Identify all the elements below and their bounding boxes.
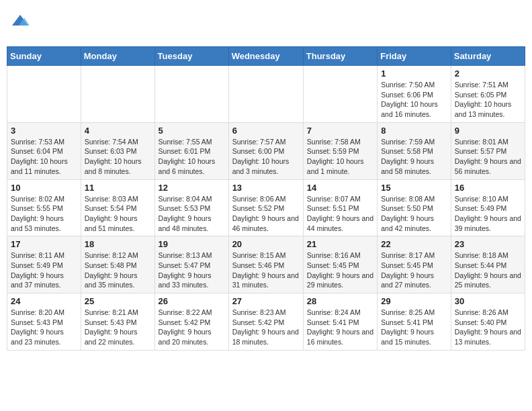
day-number: 4 bbox=[85, 126, 151, 136]
calendar-cell: 13Sunrise: 8:06 AM Sunset: 5:52 PM Dayli… bbox=[228, 179, 303, 236]
day-number: 18 bbox=[85, 239, 151, 249]
day-number: 27 bbox=[232, 296, 300, 306]
calendar-cell: 27Sunrise: 8:23 AM Sunset: 5:42 PM Dayli… bbox=[228, 293, 303, 351]
calendar-week-row: 10Sunrise: 8:02 AM Sunset: 5:55 PM Dayli… bbox=[7, 179, 525, 236]
day-info: Sunrise: 7:51 AM Sunset: 6:05 PM Dayligh… bbox=[455, 80, 521, 120]
day-number: 13 bbox=[232, 183, 300, 193]
weekday-header-friday: Friday bbox=[378, 47, 451, 66]
calendar-cell: 26Sunrise: 8:22 AM Sunset: 5:42 PM Dayli… bbox=[154, 293, 228, 351]
calendar-cell: 25Sunrise: 8:21 AM Sunset: 5:43 PM Dayli… bbox=[81, 293, 154, 351]
calendar-cell: 6Sunrise: 7:57 AM Sunset: 6:00 PM Daylig… bbox=[228, 122, 303, 179]
day-info: Sunrise: 8:18 AM Sunset: 5:44 PM Dayligh… bbox=[455, 250, 521, 290]
day-info: Sunrise: 8:04 AM Sunset: 5:53 PM Dayligh… bbox=[159, 194, 225, 234]
day-info: Sunrise: 8:03 AM Sunset: 5:54 PM Dayligh… bbox=[85, 194, 151, 234]
day-number: 15 bbox=[381, 183, 447, 193]
day-info: Sunrise: 8:10 AM Sunset: 5:49 PM Dayligh… bbox=[455, 194, 521, 234]
day-number: 16 bbox=[455, 183, 521, 193]
day-info: Sunrise: 7:53 AM Sunset: 6:04 PM Dayligh… bbox=[11, 137, 77, 177]
header bbox=[7, 7, 525, 40]
weekday-header-thursday: Thursday bbox=[303, 47, 377, 66]
day-info: Sunrise: 8:12 AM Sunset: 5:48 PM Dayligh… bbox=[85, 250, 151, 290]
day-number: 19 bbox=[159, 239, 225, 249]
calendar-cell: 19Sunrise: 8:13 AM Sunset: 5:47 PM Dayli… bbox=[154, 236, 228, 293]
day-number: 17 bbox=[11, 239, 77, 249]
day-number: 12 bbox=[159, 183, 225, 193]
calendar-cell: 17Sunrise: 8:11 AM Sunset: 5:49 PM Dayli… bbox=[7, 236, 81, 293]
calendar-week-row: 3Sunrise: 7:53 AM Sunset: 6:04 PM Daylig… bbox=[7, 122, 525, 179]
day-info: Sunrise: 8:11 AM Sunset: 5:49 PM Dayligh… bbox=[11, 250, 77, 290]
day-number: 21 bbox=[307, 239, 373, 249]
day-number: 11 bbox=[85, 183, 151, 193]
day-info: Sunrise: 8:06 AM Sunset: 5:52 PM Dayligh… bbox=[232, 194, 300, 234]
day-number: 7 bbox=[307, 126, 373, 136]
day-info: Sunrise: 7:50 AM Sunset: 6:06 PM Dayligh… bbox=[381, 80, 447, 120]
day-info: Sunrise: 7:55 AM Sunset: 6:01 PM Dayligh… bbox=[159, 137, 225, 177]
calendar-cell: 30Sunrise: 8:26 AM Sunset: 5:40 PM Dayli… bbox=[451, 293, 525, 351]
calendar-cell bbox=[81, 66, 154, 123]
calendar-cell: 4Sunrise: 7:54 AM Sunset: 6:03 PM Daylig… bbox=[81, 122, 154, 179]
day-number: 5 bbox=[159, 126, 225, 136]
calendar-cell: 3Sunrise: 7:53 AM Sunset: 6:04 PM Daylig… bbox=[7, 122, 81, 179]
calendar-week-row: 24Sunrise: 8:20 AM Sunset: 5:43 PM Dayli… bbox=[7, 293, 525, 351]
calendar-cell: 15Sunrise: 8:08 AM Sunset: 5:50 PM Dayli… bbox=[378, 179, 451, 236]
calendar-cell: 22Sunrise: 8:17 AM Sunset: 5:45 PM Dayli… bbox=[378, 236, 451, 293]
weekday-header-monday: Monday bbox=[81, 47, 154, 66]
logo bbox=[9, 12, 30, 34]
logo-icon bbox=[11, 12, 30, 31]
calendar-cell: 14Sunrise: 8:07 AM Sunset: 5:51 PM Dayli… bbox=[303, 179, 377, 236]
weekday-header-saturday: Saturday bbox=[451, 47, 525, 66]
calendar-cell: 10Sunrise: 8:02 AM Sunset: 5:55 PM Dayli… bbox=[7, 179, 81, 236]
weekday-header-wednesday: Wednesday bbox=[228, 47, 303, 66]
day-info: Sunrise: 8:24 AM Sunset: 5:41 PM Dayligh… bbox=[307, 308, 373, 347]
day-number: 14 bbox=[307, 183, 373, 193]
calendar-cell: 28Sunrise: 8:24 AM Sunset: 5:41 PM Dayli… bbox=[303, 293, 377, 351]
calendar-cell: 7Sunrise: 7:58 AM Sunset: 5:59 PM Daylig… bbox=[303, 122, 377, 179]
day-number: 9 bbox=[455, 126, 521, 136]
day-info: Sunrise: 8:08 AM Sunset: 5:50 PM Dayligh… bbox=[381, 194, 447, 234]
calendar-cell: 1Sunrise: 7:50 AM Sunset: 6:06 PM Daylig… bbox=[378, 66, 451, 123]
day-info: Sunrise: 8:17 AM Sunset: 5:45 PM Dayligh… bbox=[381, 250, 447, 290]
calendar-cell bbox=[7, 66, 81, 123]
day-number: 22 bbox=[381, 239, 447, 249]
day-number: 3 bbox=[11, 126, 77, 136]
day-info: Sunrise: 8:22 AM Sunset: 5:42 PM Dayligh… bbox=[159, 308, 225, 347]
day-info: Sunrise: 7:57 AM Sunset: 6:00 PM Dayligh… bbox=[232, 137, 300, 177]
day-number: 25 bbox=[85, 296, 151, 306]
day-info: Sunrise: 8:13 AM Sunset: 5:47 PM Dayligh… bbox=[159, 250, 225, 290]
day-number: 1 bbox=[381, 68, 447, 79]
day-info: Sunrise: 7:59 AM Sunset: 5:58 PM Dayligh… bbox=[381, 137, 447, 177]
day-info: Sunrise: 8:02 AM Sunset: 5:55 PM Dayligh… bbox=[11, 194, 77, 234]
calendar-cell: 9Sunrise: 8:01 AM Sunset: 5:57 PM Daylig… bbox=[451, 122, 525, 179]
day-info: Sunrise: 8:23 AM Sunset: 5:42 PM Dayligh… bbox=[232, 308, 300, 347]
day-number: 28 bbox=[307, 296, 373, 306]
day-number: 8 bbox=[381, 126, 447, 136]
calendar-cell: 29Sunrise: 8:25 AM Sunset: 5:41 PM Dayli… bbox=[378, 293, 451, 351]
day-number: 20 bbox=[232, 239, 300, 249]
day-number: 30 bbox=[455, 296, 521, 306]
day-info: Sunrise: 8:15 AM Sunset: 5:46 PM Dayligh… bbox=[232, 250, 300, 290]
day-info: Sunrise: 8:01 AM Sunset: 5:57 PM Dayligh… bbox=[455, 137, 521, 177]
day-number: 2 bbox=[455, 68, 521, 79]
calendar-cell: 24Sunrise: 8:20 AM Sunset: 5:43 PM Dayli… bbox=[7, 293, 81, 351]
calendar-cell: 21Sunrise: 8:16 AM Sunset: 5:45 PM Dayli… bbox=[303, 236, 377, 293]
day-info: Sunrise: 8:20 AM Sunset: 5:43 PM Dayligh… bbox=[11, 308, 77, 347]
calendar-table: SundayMondayTuesdayWednesdayThursdayFrid… bbox=[7, 46, 525, 351]
calendar-cell: 11Sunrise: 8:03 AM Sunset: 5:54 PM Dayli… bbox=[81, 179, 154, 236]
day-number: 29 bbox=[381, 296, 447, 306]
calendar-cell: 16Sunrise: 8:10 AM Sunset: 5:49 PM Dayli… bbox=[451, 179, 525, 236]
day-info: Sunrise: 7:58 AM Sunset: 5:59 PM Dayligh… bbox=[307, 137, 373, 177]
day-info: Sunrise: 8:21 AM Sunset: 5:43 PM Dayligh… bbox=[85, 308, 151, 347]
calendar-cell: 18Sunrise: 8:12 AM Sunset: 5:48 PM Dayli… bbox=[81, 236, 154, 293]
calendar-cell: 12Sunrise: 8:04 AM Sunset: 5:53 PM Dayli… bbox=[154, 179, 228, 236]
calendar-cell: 20Sunrise: 8:15 AM Sunset: 5:46 PM Dayli… bbox=[228, 236, 303, 293]
calendar-week-row: 17Sunrise: 8:11 AM Sunset: 5:49 PM Dayli… bbox=[7, 236, 525, 293]
day-info: Sunrise: 8:26 AM Sunset: 5:40 PM Dayligh… bbox=[455, 308, 521, 347]
day-info: Sunrise: 7:54 AM Sunset: 6:03 PM Dayligh… bbox=[85, 137, 151, 177]
calendar-cell bbox=[228, 66, 303, 123]
calendar-cell bbox=[303, 66, 377, 123]
calendar-cell: 8Sunrise: 7:59 AM Sunset: 5:58 PM Daylig… bbox=[378, 122, 451, 179]
day-number: 24 bbox=[11, 296, 77, 306]
calendar-cell: 23Sunrise: 8:18 AM Sunset: 5:44 PM Dayli… bbox=[451, 236, 525, 293]
calendar-cell: 2Sunrise: 7:51 AM Sunset: 6:05 PM Daylig… bbox=[451, 66, 525, 123]
calendar-week-row: 1Sunrise: 7:50 AM Sunset: 6:06 PM Daylig… bbox=[7, 66, 525, 123]
